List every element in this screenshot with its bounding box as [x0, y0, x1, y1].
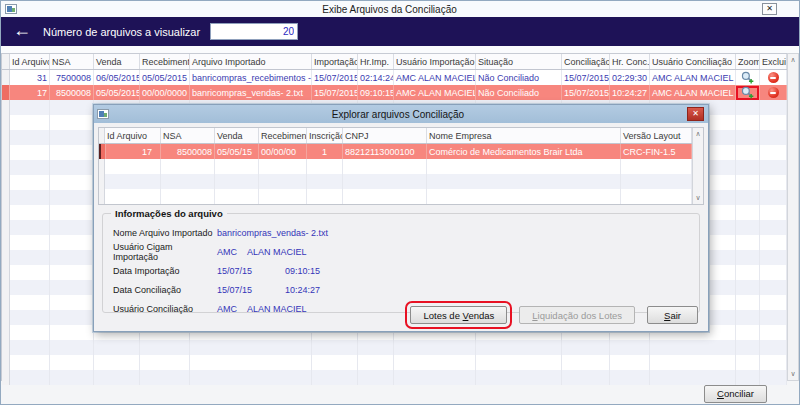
dlg-cell-nome-empresa: Comércio de Medicamentos Brair Ltda	[427, 144, 621, 159]
table-header-row: Id Arquivo NSA Venda Recebimento Arquivo…	[2, 54, 787, 70]
cell-hrimp: 02:14:24	[358, 70, 394, 85]
table-row-selected[interactable]: 17 8500008 05/05/2015 00/00/0000 banrico…	[2, 85, 787, 100]
dialog-close-icon[interactable]: ✕	[687, 107, 704, 121]
cell-importacao: 15/07/2015	[312, 85, 358, 100]
col-header-conciliacao[interactable]: Conciliação	[562, 54, 610, 69]
dialog-app-icon	[97, 109, 109, 119]
lotes-de-vendas-button[interactable]: Lotes de Vendas	[410, 306, 507, 324]
cell-id: 31	[10, 70, 50, 85]
back-arrow-icon[interactable]: ←	[13, 20, 31, 41]
scroll-up-icon[interactable]: ∧	[693, 128, 703, 140]
dialog-row-selected[interactable]: 17 8500008 05/05/15 00/00/00 1 882121130…	[99, 144, 692, 159]
dialog-scrollbar[interactable]: ∧ ∨	[692, 128, 703, 204]
cell-nsa: 7500008	[50, 70, 94, 85]
scroll-down-icon[interactable]: ∨	[693, 192, 703, 204]
col-header-hrimp[interactable]: Hr.Imp.	[358, 54, 394, 69]
scroll-down-icon[interactable]: ∨	[788, 368, 798, 380]
col-header-excluir[interactable]: Excluir	[760, 54, 787, 69]
zoom-icon[interactable]	[741, 86, 754, 99]
annotation-highlight-zoom	[736, 86, 759, 100]
sair-button[interactable]: Sair	[647, 306, 698, 324]
cell-hrimp: 09:10:15	[358, 85, 394, 100]
cell-usuario-importacao: AMC ALAN MACIEL	[394, 85, 476, 100]
excluir-icon[interactable]	[768, 72, 779, 83]
exibe-arquivos-window: Exibe Arquivos da Conciliação ✕ ← Número…	[0, 0, 800, 405]
toolbar: ← Número de arquivos a visualizar	[1, 17, 799, 46]
groupbox-legend: Informações do arquivo	[111, 208, 227, 219]
row-selector-gutter	[2, 54, 10, 69]
cell-usuario-conciliacao: AMC ALAN MACIEL	[650, 70, 736, 85]
cell-arquivo: banricompras_recebimentos - 2.txt	[190, 70, 312, 85]
cell-usuario-conciliacao: AMC ALAN MACIEL	[650, 85, 736, 100]
dlg-col-id[interactable]: Id Arquivo	[105, 128, 161, 143]
dlg-col-cnpj[interactable]: CNPJ	[343, 128, 427, 143]
dlg-cell-venda: 05/05/15	[215, 144, 259, 159]
cell-venda: 06/05/2015	[94, 70, 140, 85]
cell-hrconc: 02:29:30	[610, 70, 650, 85]
col-header-usuario-importacao[interactable]: Usuário Importação	[394, 54, 476, 69]
excluir-icon[interactable]	[768, 87, 779, 98]
dialog-table: Id Arquivo NSA Venda Recebimentos Inscri…	[98, 127, 704, 205]
toolbar-gap	[1, 46, 799, 53]
dlg-col-recebimentos[interactable]: Recebimentos	[259, 128, 307, 143]
conciliar-button[interactable]: Conciliar	[704, 385, 767, 403]
col-header-importacao[interactable]: Importação	[312, 54, 358, 69]
col-header-venda[interactable]: Venda	[94, 54, 140, 69]
dlg-cell-recebimentos: 00/00/00	[259, 144, 307, 159]
explorar-arquivos-dialog: Explorar arquivos Conciliação ✕ Id Arqui…	[93, 104, 709, 332]
cell-nsa: 8500008	[50, 85, 94, 100]
empty-table-row	[2, 340, 787, 355]
count-label: Número de arquivos a visualizar	[43, 26, 200, 38]
cell-venda: 05/05/2015	[94, 85, 140, 100]
zoom-icon[interactable]	[741, 71, 754, 84]
col-header-usuario-conciliacao[interactable]: Usuário Conciliação	[650, 54, 736, 69]
dlg-col-venda[interactable]: Venda	[215, 128, 259, 143]
cell-conciliacao: 15/07/2015	[562, 85, 610, 100]
cell-id: 17	[10, 85, 50, 100]
file-info-groupbox: Informações do arquivo Nome Arquivo Impo…	[102, 213, 700, 313]
empty-table-row	[2, 370, 787, 385]
dialog-titlebar: Explorar arquivos Conciliação ✕	[94, 105, 708, 123]
dialog-empty-row	[99, 159, 692, 174]
window-titlebar: Exibe Arquivos da Conciliação ✕	[1, 1, 799, 17]
col-header-hrconc[interactable]: Hr. Conc.	[610, 54, 650, 69]
window-title: Exibe Arquivos da Conciliação	[17, 4, 762, 15]
cell-conciliacao: 15/07/2015	[562, 70, 610, 85]
scroll-up-icon[interactable]: ∧	[788, 54, 798, 66]
dialog-table-body: 17 8500008 05/05/15 00/00/00 1 882121130…	[99, 144, 692, 204]
count-input[interactable]	[210, 23, 298, 40]
cell-recebimento: 05/05/2015	[140, 70, 190, 85]
col-header-nsa[interactable]: NSA	[50, 54, 94, 69]
dlg-col-nsa[interactable]: NSA	[161, 128, 215, 143]
cell-recebimento: 00/00/0000	[140, 85, 190, 100]
dlg-cell-inscricao: 1	[307, 144, 343, 159]
col-header-arquivo[interactable]: Arquivo Importado	[190, 54, 312, 69]
dlg-col-versao-layout[interactable]: Versão Layout	[621, 128, 692, 143]
dlg-cell-nsa: 8500008	[161, 144, 215, 159]
dlg-cell-versao-layout: CRC-FIN-1.5	[621, 144, 692, 159]
cell-importacao: 15/07/2015	[312, 70, 358, 85]
dlg-col-inscricao[interactable]: Inscrição	[307, 128, 343, 143]
info-row-data-importacao: Data Importação 15/07/15 09:10:15	[113, 261, 691, 280]
cell-situacao: Não Conciliado	[476, 70, 562, 85]
info-row-usuario-cigam: Usuário Cigam Importação AMC ALAN MACIEL	[113, 242, 691, 261]
dialog-button-bar: Lotes de Vendas Liquidação dos Lotes Sai…	[410, 306, 698, 324]
info-row-data-conciliacao: Data Conciliação 15/07/15 10:24:27	[113, 280, 691, 299]
dlg-cell-id: 17	[105, 144, 161, 159]
vertical-scrollbar[interactable]: ∧ ∨	[787, 53, 799, 381]
col-header-situacao[interactable]: Situação	[476, 54, 562, 69]
close-icon[interactable]: ✕	[762, 3, 777, 15]
app-icon	[5, 4, 17, 14]
cell-usuario-importacao: AMC ALAN MACIEL	[394, 70, 476, 85]
dialog-empty-row	[99, 174, 692, 189]
dialog-title: Explorar arquivos Conciliação	[109, 109, 687, 120]
table-row[interactable]: 31 7500008 06/05/2015 05/05/2015 banrico…	[2, 70, 787, 85]
dlg-col-nome-empresa[interactable]: Nome Empresa	[427, 128, 621, 143]
dialog-header-row: Id Arquivo NSA Venda Recebimentos Inscri…	[99, 128, 692, 144]
col-header-id[interactable]: Id Arquivo	[10, 54, 50, 69]
col-header-zoom[interactable]: Zoom	[736, 54, 760, 69]
cell-situacao: Não Conciliado	[476, 85, 562, 100]
col-header-recebimento[interactable]: Recebimento	[140, 54, 190, 69]
cell-hrconc: 10:24:27	[610, 85, 650, 100]
empty-table-row	[2, 355, 787, 370]
